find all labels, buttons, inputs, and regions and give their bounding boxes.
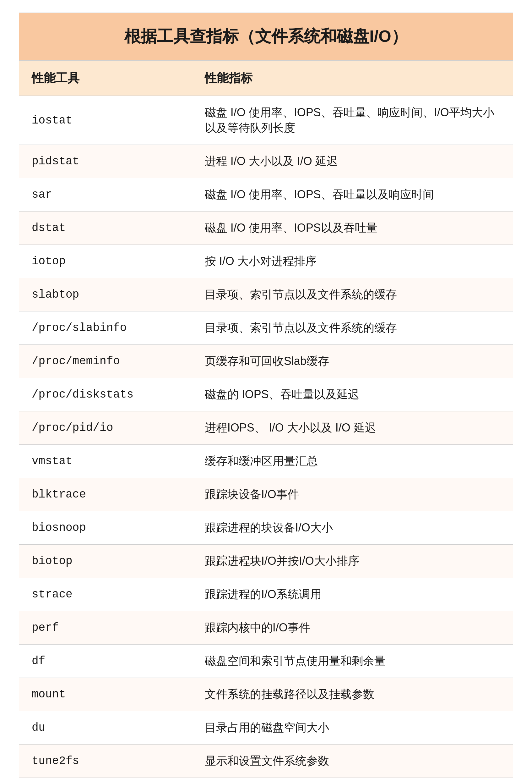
tool-cell: pidstat: [19, 145, 192, 178]
col-header-tool: 性能工具: [19, 60, 192, 96]
table-row: mount文件系统的挂载路径以及挂载参数: [19, 678, 513, 711]
tool-cell: /proc/diskstats: [19, 378, 192, 411]
metric-cell: 跟踪内核中的I/O事件: [192, 611, 513, 645]
table-row: pidstat进程 I/O 大小以及 I/O 延迟: [19, 145, 513, 178]
metric-cell: 跟踪块设备I/O事件: [192, 478, 513, 511]
table-row: blktrace跟踪块设备I/O事件: [19, 478, 513, 511]
table-container: 根据工具查指标（文件系统和磁盘I/O） 性能工具 性能指标 iostat磁盘 I…: [19, 12, 513, 781]
col-header-metric: 性能指标: [192, 60, 513, 96]
tool-cell: mount: [19, 678, 192, 711]
tool-cell: du: [19, 711, 192, 745]
metric-cell: 缓存和缓冲区用量汇总: [192, 445, 513, 478]
table-row: dstat磁盘 I/O 使用率、IOPS以及吞吐量: [19, 211, 513, 245]
tool-cell: biotop: [19, 545, 192, 578]
tool-cell: sar: [19, 178, 192, 211]
metric-cell: 磁盘 I/O 使用率、IOPS以及吞吐量: [192, 211, 513, 245]
tool-cell: iotop: [19, 245, 192, 278]
page-wrapper: 根据工具查指标（文件系统和磁盘I/O） 性能工具 性能指标 iostat磁盘 I…: [0, 0, 532, 781]
page-title: 根据工具查指标（文件系统和磁盘I/O）: [19, 13, 513, 60]
metric-cell: 跟踪进程块I/O并按I/O大小排序: [192, 545, 513, 578]
metric-cell: 目录项、索引节点以及文件系统的缓存: [192, 278, 513, 312]
tool-cell: /proc/pid/io: [19, 411, 192, 445]
table-row: /proc/meminfo页缓存和可回收Slab缓存: [19, 345, 513, 378]
table-body: iostat磁盘 I/O 使用率、IOPS、吞吐量、响应时间、I/O平均大小以及…: [19, 96, 513, 781]
metric-cell: 进程IOPS、 I/O 大小以及 I/O 延迟: [192, 411, 513, 445]
tool-cell: tune2fs: [19, 745, 192, 778]
table-row: hdparam显示和设置磁盘参数: [19, 778, 513, 781]
table-row: iotop按 I/O 大小对进程排序: [19, 245, 513, 278]
tool-cell: slabtop: [19, 278, 192, 312]
metric-cell: 跟踪进程的I/O系统调用: [192, 578, 513, 611]
table-row: biosnoop跟踪进程的块设备I/O大小: [19, 511, 513, 545]
metric-cell: 跟踪进程的块设备I/O大小: [192, 511, 513, 545]
metric-cell: 按 I/O 大小对进程排序: [192, 245, 513, 278]
table-row: biotop跟踪进程块I/O并按I/O大小排序: [19, 545, 513, 578]
tool-cell: df: [19, 645, 192, 678]
table-row: sar磁盘 I/O 使用率、IOPS、吞吐量以及响应时间: [19, 178, 513, 211]
table-row: slabtop目录项、索引节点以及文件系统的缓存: [19, 278, 513, 312]
metric-cell: 磁盘空间和索引节点使用量和剩余量: [192, 645, 513, 678]
table-row: vmstat缓存和缓冲区用量汇总: [19, 445, 513, 478]
table-row: du目录占用的磁盘空间大小: [19, 711, 513, 745]
table-header-row: 性能工具 性能指标: [19, 60, 513, 96]
metric-cell: 磁盘 I/O 使用率、IOPS、吞吐量以及响应时间: [192, 178, 513, 211]
table-row: tune2fs显示和设置文件系统参数: [19, 745, 513, 778]
tool-cell: hdparam: [19, 778, 192, 781]
metric-cell: 目录占用的磁盘空间大小: [192, 711, 513, 745]
table-row: strace跟踪进程的I/O系统调用: [19, 578, 513, 611]
tool-cell: perf: [19, 611, 192, 645]
table-row: iostat磁盘 I/O 使用率、IOPS、吞吐量、响应时间、I/O平均大小以及…: [19, 96, 513, 145]
metric-cell: 目录项、索引节点以及文件系统的缓存: [192, 312, 513, 345]
metric-cell: 显示和设置磁盘参数: [192, 778, 513, 781]
metric-cell: 进程 I/O 大小以及 I/O 延迟: [192, 145, 513, 178]
metric-cell: 显示和设置文件系统参数: [192, 745, 513, 778]
tool-cell: blktrace: [19, 478, 192, 511]
metric-cell: 文件系统的挂载路径以及挂载参数: [192, 678, 513, 711]
metric-cell: 磁盘的 IOPS、吞吐量以及延迟: [192, 378, 513, 411]
table-row: perf跟踪内核中的I/O事件: [19, 611, 513, 645]
table-row: /proc/slabinfo目录项、索引节点以及文件系统的缓存: [19, 312, 513, 345]
table-row: df磁盘空间和索引节点使用量和剩余量: [19, 645, 513, 678]
tool-cell: dstat: [19, 211, 192, 245]
tool-cell: /proc/slabinfo: [19, 312, 192, 345]
table-row: /proc/pid/io进程IOPS、 I/O 大小以及 I/O 延迟: [19, 411, 513, 445]
tool-cell: /proc/meminfo: [19, 345, 192, 378]
table-row: /proc/diskstats磁盘的 IOPS、吞吐量以及延迟: [19, 378, 513, 411]
tool-cell: vmstat: [19, 445, 192, 478]
metric-cell: 页缓存和可回收Slab缓存: [192, 345, 513, 378]
main-table: 性能工具 性能指标 iostat磁盘 I/O 使用率、IOPS、吞吐量、响应时间…: [19, 60, 513, 781]
tool-cell: iostat: [19, 96, 192, 145]
tool-cell: strace: [19, 578, 192, 611]
metric-cell: 磁盘 I/O 使用率、IOPS、吞吐量、响应时间、I/O平均大小以及等待队列长度: [192, 96, 513, 145]
tool-cell: biosnoop: [19, 511, 192, 545]
